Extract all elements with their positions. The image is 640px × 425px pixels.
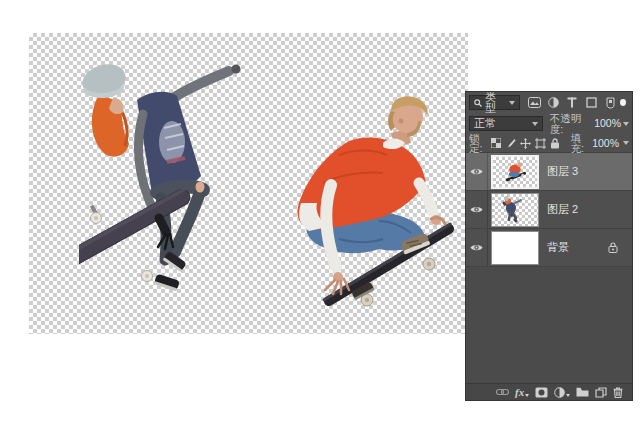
layer-name: 背景 (547, 242, 569, 253)
visibility-eye-toggle[interactable] (466, 191, 488, 228)
layer-filter-type-dropdown[interactable]: 类型 (469, 95, 520, 110)
eye-icon (470, 243, 483, 252)
layer-list-empty-area[interactable] (466, 267, 632, 383)
layer-row-layer3[interactable]: 图层 3 (466, 153, 632, 191)
dropdown-caret (566, 394, 570, 397)
skater-woman-artwork (79, 58, 259, 308)
chevron-down-icon (623, 141, 629, 145)
eye-icon (470, 205, 483, 214)
chevron-down-icon (532, 122, 538, 126)
smart-object-filter-icon[interactable] (603, 95, 618, 110)
skater-man-artwork (279, 91, 464, 316)
layer-mask-icon (535, 387, 548, 398)
lock-position-move-icon[interactable] (520, 136, 531, 150)
new-group-button[interactable] (576, 387, 589, 397)
chevron-down-icon (623, 122, 629, 126)
fill-label: 填充: (570, 133, 588, 154)
blend-mode-dropdown[interactable]: 正常 (469, 116, 543, 131)
filter-icon-buttons (527, 95, 618, 110)
blend-opacity-bar: 正常 不透明度: 100% (466, 113, 632, 134)
filter-type-label: 类型 (485, 92, 506, 114)
new-layer-button[interactable] (595, 387, 607, 398)
lock-label: 锁定: (469, 133, 487, 154)
fill-value[interactable]: 100% (592, 138, 619, 149)
lock-transparent-pixels-icon[interactable] (491, 136, 501, 150)
dropdown-caret (525, 394, 529, 397)
opacity-value[interactable]: 100% (594, 118, 621, 129)
shape-layers-filter-icon[interactable] (584, 95, 599, 110)
thumbnail-skater-woman (492, 194, 538, 226)
opacity-control[interactable]: 不透明度: 100% (550, 113, 629, 134)
adjustment-layers-filter-icon[interactable] (546, 95, 561, 110)
delete-layer-button[interactable] (613, 387, 623, 398)
chevron-down-icon (509, 101, 515, 105)
new-layer-icon (595, 387, 607, 398)
layer-thumbnail[interactable] (491, 231, 539, 265)
visibility-eye-toggle[interactable] (466, 229, 488, 266)
opacity-label: 不透明度: (550, 113, 592, 134)
layers-panel-footer: fx (466, 383, 632, 400)
layer-name: 图层 3 (547, 166, 578, 177)
link-layers-button[interactable] (496, 388, 509, 396)
type-layers-filter-icon[interactable] (565, 95, 580, 110)
search-icon (474, 99, 482, 107)
lock-all-padlock-icon[interactable] (550, 136, 560, 150)
lock-image-pixels-brush-icon[interactable] (505, 136, 516, 150)
photoshop-workspace: 类型 (0, 0, 640, 425)
pixel-layers-filter-icon[interactable] (527, 95, 542, 110)
eye-icon (470, 167, 483, 176)
fx-icon: fx (515, 387, 524, 398)
document-canvas[interactable] (29, 33, 468, 334)
adjustment-layer-icon (554, 387, 565, 398)
visibility-eye-toggle[interactable] (466, 153, 488, 190)
layer-row-background[interactable]: 背景 (466, 229, 632, 267)
link-icon (496, 388, 509, 396)
trash-icon (613, 387, 623, 398)
new-adjustment-layer-button[interactable] (554, 387, 570, 398)
folder-icon (576, 387, 589, 397)
layer-row-layer2[interactable]: 图层 2 (466, 191, 632, 229)
layer-thumbnail[interactable] (491, 155, 539, 189)
add-layer-mask-button[interactable] (535, 387, 548, 398)
blend-mode-value: 正常 (474, 118, 529, 129)
layer-thumbnail[interactable] (491, 193, 539, 227)
thumbnail-skater-man (493, 157, 537, 188)
background-lock-icon (608, 242, 618, 253)
lock-bar: 锁定: 填充: 100% (466, 134, 632, 153)
layer-filter-bar: 类型 (466, 92, 632, 113)
layers-panel: 类型 (465, 91, 633, 401)
layer-style-button[interactable]: fx (515, 387, 529, 398)
layer-name: 图层 2 (547, 204, 578, 215)
lock-artboard-nesting-icon[interactable] (535, 136, 546, 150)
layer-filter-toggle[interactable] (620, 99, 626, 106)
